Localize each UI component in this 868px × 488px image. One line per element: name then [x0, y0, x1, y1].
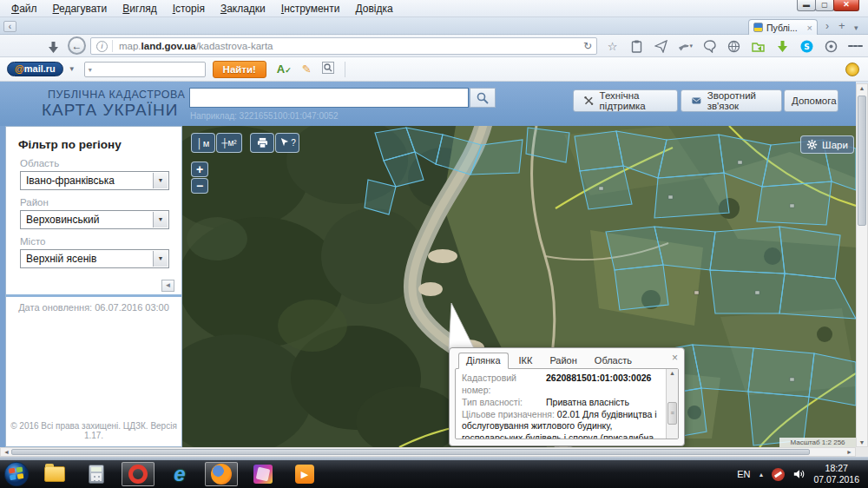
region-select[interactable]: Івано-франківська ▼	[20, 171, 169, 190]
highlighter-icon[interactable]: ✎	[302, 63, 312, 76]
popup-scroll-thumb[interactable]: ≡	[667, 402, 677, 425]
share-folder-icon[interactable]	[751, 39, 766, 54]
menu-help[interactable]: Довідка	[347, 2, 400, 16]
envelope-icon	[692, 95, 701, 107]
adblock-gear-icon[interactable]	[824, 39, 838, 54]
tab-list-icon[interactable]: ▾	[854, 23, 858, 33]
download-icon[interactable]	[775, 39, 790, 54]
collapse-panel-icon[interactable]: ◄	[161, 280, 174, 292]
scroll-up-icon[interactable]: ▲	[857, 85, 867, 91]
speaker-icon[interactable]	[792, 468, 806, 480]
mailru-logo[interactable]: @mail.ru	[7, 62, 63, 76]
measure-area-button[interactable]: ┼м²	[216, 133, 242, 153]
measure-length-button[interactable]: │м	[191, 133, 215, 153]
taskbar-explorer[interactable]	[38, 462, 71, 486]
zoom-page-icon[interactable]	[322, 62, 334, 76]
scroll-left-icon[interactable]: ◄	[2, 448, 11, 457]
update-date: Дата оновлення: 06.07.2016 03:00	[6, 302, 181, 313]
taskbar-clock[interactable]: 18:27 07.07.2016	[813, 463, 859, 485]
chevron-down-icon[interactable]: ▼	[153, 173, 168, 188]
url-bar[interactable]: i map.land.gov.ua/kadastrova-karta ↻	[90, 37, 597, 55]
menu-file[interactable]: Файл	[3, 2, 45, 16]
identify-button[interactable]: ?	[275, 133, 299, 153]
popup-scrollbar[interactable]: ▲ ≡	[666, 369, 678, 439]
extension-icon[interactable]: ▾	[678, 39, 693, 54]
tab-ikk[interactable]: ІКК	[512, 353, 540, 368]
start-button[interactable]	[3, 461, 30, 487]
printer-icon	[257, 137, 268, 148]
close-button[interactable]: ✕	[833, 0, 859, 11]
zoom-in-button[interactable]: +	[191, 162, 208, 177]
web-service-icon[interactable]	[727, 39, 741, 54]
mailru-settings-icon[interactable]	[845, 63, 859, 76]
region-filter-panel: Фільтр по регіону Область Івано-франківс…	[5, 126, 182, 447]
taskbar-firefox[interactable]	[205, 462, 238, 486]
language-indicator[interactable]: EN	[737, 469, 750, 479]
skype-icon[interactable]: S	[799, 39, 814, 54]
taskbar-calculator[interactable]	[80, 462, 113, 486]
taskbar-opera[interactable]	[122, 462, 155, 486]
tab-close-icon[interactable]: ×	[807, 23, 812, 33]
scroll-down-icon[interactable]: ▼	[857, 439, 867, 445]
cadastral-search-input[interactable]	[189, 88, 469, 108]
menu-bookmarks[interactable]: Закладки	[213, 2, 273, 16]
chat-bubble-icon[interactable]	[702, 39, 717, 54]
menu-history[interactable]: Історія	[165, 2, 213, 16]
bookmark-star-icon[interactable]: ☆	[605, 39, 620, 54]
reload-icon[interactable]: ↻	[583, 40, 592, 52]
tab-scroll-right-icon[interactable]: ›	[825, 21, 829, 31]
scroll-right-icon[interactable]: ►	[845, 448, 854, 457]
mailru-search-input[interactable]: ▾	[84, 62, 206, 77]
minimize-button[interactable]: ▬	[797, 0, 816, 11]
new-tab-button[interactable]: +	[838, 21, 845, 31]
help-button[interactable]: Допомога	[784, 89, 838, 112]
antivirus-icon[interactable]	[772, 468, 785, 481]
hamburger-menu-icon[interactable]	[848, 39, 863, 54]
chevron-down-icon[interactable]: ▼	[153, 212, 168, 228]
feedback-button[interactable]: Зворотний зв'язок	[681, 89, 782, 112]
reading-list-icon[interactable]	[629, 39, 644, 54]
browser-tab[interactable]: Публі... ×	[748, 19, 818, 35]
site-info-icon[interactable]: i	[96, 41, 108, 52]
site-favicon	[753, 23, 763, 32]
chevron-down-icon[interactable]: ▼	[153, 251, 168, 267]
tab-region[interactable]: Область	[588, 353, 639, 368]
taskbar-internet-explorer[interactable]: e	[163, 462, 196, 486]
tab-district[interactable]: Район	[542, 353, 583, 368]
horizontal-scroll-thumb[interactable]	[11, 449, 810, 455]
recent-pages-icon[interactable]	[49, 41, 58, 56]
map-scale: Масштаб 1:2 256	[779, 438, 856, 447]
popup-close-icon[interactable]: ×	[672, 352, 678, 364]
tab-title: Публі...	[766, 23, 798, 33]
scroll-up-icon[interactable]: ▲	[667, 370, 678, 376]
maximize-button[interactable]: ▢	[815, 0, 834, 11]
zoom-out-button[interactable]: −	[191, 178, 208, 194]
gear-icon	[806, 139, 818, 150]
back-button[interactable]: ←	[68, 36, 86, 55]
horizontal-scrollbar[interactable]: ◄ ►	[0, 447, 856, 457]
vertical-scrollbar[interactable]: ▲ ▼	[856, 83, 868, 447]
tab-parcel[interactable]: Ділянка	[458, 353, 509, 369]
menu-view[interactable]: Вигляд	[115, 2, 164, 16]
print-button[interactable]	[250, 133, 274, 153]
url-separator	[112, 40, 113, 52]
filter-title: Фільтр по регіону	[18, 138, 181, 151]
vertical-scroll-thumb[interactable]	[858, 96, 866, 226]
popup-body: Кадастровий номер: 2620881501:01:003:002…	[455, 368, 679, 439]
menu-edit[interactable]: Редагувати	[45, 2, 115, 16]
mailru-dropdown-icon[interactable]: ▼	[69, 65, 76, 73]
pocket-icon[interactable]	[654, 39, 668, 54]
tab-groups-icon[interactable]: ‹	[3, 21, 16, 32]
layers-button[interactable]: Шари	[800, 135, 854, 154]
mailru-find-button[interactable]: Найти!	[213, 61, 266, 78]
taskbar-media-player[interactable]: ▶	[288, 462, 321, 486]
spellcheck-icon[interactable]: A✓	[277, 63, 292, 76]
district-select[interactable]: Верховинський ▼	[20, 210, 169, 229]
hidden-icons-chevron[interactable]: ▲	[759, 472, 765, 478]
city-select[interactable]: Верхній ясенів ▼	[20, 249, 169, 268]
search-button[interactable]	[470, 88, 496, 108]
taskbar-graphics-app[interactable]	[247, 462, 279, 486]
site-header: ПУБЛІЧНА КАДАСТРОВА КАРТА УКРАЇНИ Наприк…	[0, 82, 856, 126]
tech-support-button[interactable]: Технічна підтримка	[573, 89, 678, 112]
menu-tools[interactable]: Інструменти	[273, 2, 348, 16]
